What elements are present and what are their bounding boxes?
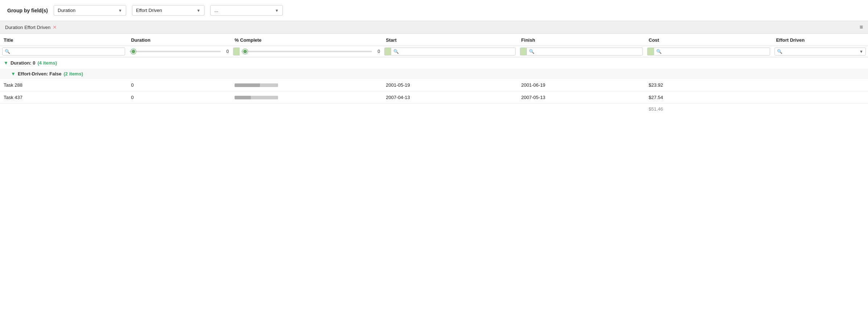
group-header-menu-icon[interactable]: ≡ [860,24,863,30]
top-bar: Group by field(s) Duration ▼ Effort Driv… [0,0,868,21]
start-green-indicator [384,48,391,55]
finish-search-box[interactable]: 🔍 [526,48,643,55]
duration-slider-thumb[interactable] [131,49,136,54]
subtotal-empty-1 [0,104,127,115]
col-header-title: Title [0,34,127,46]
filter-cost-cell: 🔍 [645,46,772,57]
extra-dropdown[interactable]: ... ▼ [210,5,283,16]
start-filter: 🔍 [384,48,515,55]
title-search-icon: 🔍 [5,49,10,54]
filter-complete-cell: 0 [231,46,382,57]
effort-subgroup-cell: ▼ Effort-Driven: False (2 items) [0,69,868,79]
main-table: Title Duration % Complete Start Finish C… [0,34,868,114]
group-header-bar: Duration Effort Driven ✕ ≡ [0,21,868,34]
row1-complete [231,79,382,91]
effort-dropdown-arrow: ▼ [197,8,201,13]
effort-dropdown-value: Effort Driven [136,8,162,13]
effort-subgroup-expand[interactable]: ▼ Effort-Driven: False (2 items) [11,71,864,77]
col-header-start: Start [382,34,517,46]
row2-finish: 2007-05-13 [518,91,645,104]
finish-filter: 🔍 [520,48,643,55]
complete-slider-track[interactable] [241,51,372,52]
row2-effort [772,91,868,104]
table-row: Task 437 0 2007-04-13 2007-05-13 $27.54 [0,91,868,104]
subtotal-empty-6 [772,104,868,115]
col-header-cost: Cost [645,34,772,46]
duration-dropdown[interactable]: Duration ▼ [54,5,126,16]
cost-search-field[interactable] [663,49,768,54]
duration-expand-arrow[interactable]: ▼ [4,60,8,66]
col-header-complete: % Complete [231,34,382,46]
group-label: Group by field(s) [7,8,48,13]
group-tag-effort-label: Effort Driven [24,25,50,30]
filter-title-cell: 🔍 [0,46,127,57]
extra-dropdown-arrow: ▼ [275,8,279,13]
duration-slider-value: 0 [223,49,229,54]
main-table-container: Title Duration % Complete Start Finish C… [0,34,868,114]
complete-slider-value: 0 [374,49,380,54]
row2-cost: $27.54 [645,91,772,104]
title-search-field[interactable] [12,49,123,54]
row2-start: 2007-04-13 [382,91,517,104]
duration-dropdown-arrow: ▼ [118,8,122,13]
cost-search-icon: 🔍 [656,49,662,54]
group-tag-effort: Effort Driven ✕ [24,24,57,30]
duration-slider-cell: 0 [129,49,229,54]
effort-expand-arrow[interactable]: ▼ [11,71,16,77]
col-header-duration: Duration [127,34,231,46]
complete-slider-cell: 0 [241,49,380,54]
effort-filter-arrow: ▼ [859,49,863,54]
cost-filter: 🔍 [647,48,770,55]
row2-complete [231,91,382,104]
finish-green-indicator [520,48,526,55]
row1-title: Task 288 [0,79,127,91]
start-search-field[interactable] [400,49,513,54]
cost-green-indicator [647,48,654,55]
subtotal-cost: $51.46 [645,104,772,115]
start-search-box[interactable]: 🔍 [391,48,515,55]
row2-progress-fill [235,96,251,99]
effort-subgroup-row: ▼ Effort-Driven: False (2 items) [0,69,868,79]
effort-filter[interactable]: 🔍 ▼ [774,48,866,55]
row1-progress-bar [235,83,278,87]
filter-duration-cell: 0 [127,46,231,57]
row1-cost: $23.92 [645,79,772,91]
filter-finish-cell: 🔍 [518,46,645,57]
complete-filter-wrapper: 0 [233,48,380,55]
duration-slider-track[interactable] [129,51,221,52]
effort-search-field[interactable] [785,49,858,54]
header-row: Title Duration % Complete Start Finish C… [0,34,868,46]
duration-group-label: Duration: 0 [11,60,36,66]
cost-search-box[interactable]: 🔍 [654,48,770,55]
filter-start-cell: 🔍 [382,46,517,57]
start-search-icon: 🔍 [393,49,399,54]
finish-search-field[interactable] [536,49,640,54]
group-tag-effort-close[interactable]: ✕ [53,24,57,30]
table-row: Task 288 0 2001-05-19 2001-06-19 $23.92 [0,79,868,91]
subtotal-row: $51.46 [0,104,868,115]
effort-search-icon: 🔍 [777,49,782,54]
extra-dropdown-value: ... [214,8,218,13]
duration-group-cell: ▼ Duration: 0 (4 items) [0,57,868,69]
complete-slider-thumb[interactable] [243,49,248,54]
subtotal-empty-2 [127,104,231,115]
row1-start: 2001-05-19 [382,79,517,91]
title-filter-input[interactable]: 🔍 [2,48,125,55]
duration-group-expand[interactable]: ▼ Duration: 0 (4 items) [4,60,864,66]
row1-progress-fill [235,83,260,87]
group-tags: Duration Effort Driven ✕ [5,24,57,30]
complete-green-indicator [233,48,240,55]
filter-effort-cell: 🔍 ▼ [772,46,868,57]
subtotal-empty-5 [518,104,645,115]
effort-dropdown[interactable]: Effort Driven ▼ [132,5,204,16]
row1-effort [772,79,868,91]
group-tag-duration-label: Duration [5,25,23,30]
duration-group-count: (4 items) [38,60,57,66]
row2-progress-bar [235,96,278,99]
effort-subgroup-label: Effort-Driven: False [18,71,62,77]
subtotal-empty-4 [382,104,517,115]
col-header-finish: Finish [518,34,645,46]
filter-row: 🔍 0 [0,46,868,57]
duration-dropdown-value: Duration [58,8,75,13]
finish-search-icon: 🔍 [529,49,534,54]
